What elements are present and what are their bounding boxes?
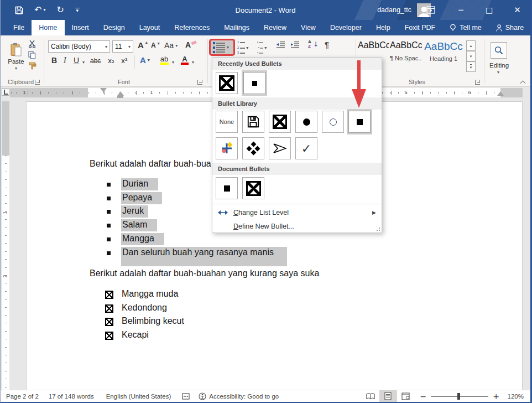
vertical-ruler[interactable]: 1 2 <box>2 101 9 390</box>
bullet-option-none[interactable]: None <box>216 111 238 133</box>
sort-icon[interactable]: AZ↓ <box>308 40 319 49</box>
highlight-dropdown-icon[interactable]: ▾ <box>172 60 174 65</box>
bullet-option-floppy[interactable] <box>242 111 264 133</box>
bullet-option-colored-symbol[interactable] <box>216 137 238 159</box>
ribbon-display-options-icon[interactable] <box>418 0 444 20</box>
hanging-indent-marker[interactable] <box>117 91 124 96</box>
bullet-option-square-selected[interactable] <box>243 72 265 94</box>
superscript-button[interactable]: x² <box>121 57 128 65</box>
italic-button[interactable]: I <box>64 56 66 65</box>
tab-home[interactable]: Home <box>32 20 64 35</box>
left-indent-marker[interactable] <box>117 96 123 98</box>
tab-file[interactable]: File <box>6 20 32 35</box>
bullet-option-xbox[interactable] <box>216 72 238 94</box>
styles-scroll-down-icon[interactable]: ▾ <box>466 51 476 61</box>
bullet-option-open-circle[interactable] <box>322 111 344 133</box>
tab-share[interactable]: Share <box>489 20 531 35</box>
paste-button[interactable]: Paste ▾ <box>5 39 27 74</box>
bullet-option-diamonds[interactable] <box>242 137 264 159</box>
grow-font-button[interactable]: A▴ <box>138 40 148 50</box>
styles-dialog-launcher-icon[interactable] <box>475 80 480 85</box>
customize-qat-icon[interactable]: ▾ <box>75 8 80 13</box>
tab-stop-selector[interactable] <box>2 88 9 96</box>
clipboard-dialog-launcher-icon[interactable] <box>35 80 40 85</box>
underline-button[interactable]: U <box>74 56 79 65</box>
pilcrow-icon[interactable]: ¶ <box>325 40 329 49</box>
save-icon[interactable] <box>15 6 23 14</box>
macro-record-icon[interactable] <box>182 393 190 400</box>
right-indent-marker[interactable] <box>497 91 504 96</box>
page-indicator[interactable]: Page 2 of 2 <box>6 393 39 400</box>
numbering-button[interactable]: 123 ▾ <box>237 40 248 56</box>
undo-dropdown-icon[interactable]: ▾ <box>43 8 45 12</box>
font-color-button[interactable]: A <box>181 55 189 65</box>
menu-item-define-new-bullet[interactable]: Define New Bullet... <box>212 220 382 233</box>
copy-icon[interactable] <box>28 51 36 59</box>
tab-tell-me[interactable]: Tell me <box>442 20 489 35</box>
web-layout-icon[interactable] <box>397 390 415 402</box>
bullet-option-xbox[interactable] <box>269 111 291 133</box>
bullet-option-square-target[interactable] <box>348 111 371 133</box>
resize-grip[interactable] <box>375 226 380 231</box>
close-button[interactable]: ✕ <box>504 0 530 20</box>
strikethrough-button[interactable]: abc <box>90 57 101 65</box>
tab-design[interactable]: Design <box>96 20 132 35</box>
zoom-in-button[interactable]: + <box>493 392 499 401</box>
paste-dropdown-icon[interactable]: ▾ <box>15 66 17 71</box>
tab-layout[interactable]: Layout <box>132 20 168 35</box>
tab-foxit-pdf[interactable]: Foxit PDF <box>398 20 443 35</box>
zoom-level[interactable]: 120% <box>505 393 524 400</box>
print-layout-icon[interactable] <box>379 390 397 402</box>
first-line-indent-marker[interactable] <box>100 88 107 92</box>
menu-item-change-list-level[interactable]: Change List Level ▶ <box>212 206 382 219</box>
multilevel-list-button[interactable]: ▪ ▪▪ ▾ <box>257 40 267 56</box>
styles-scroll-up-icon[interactable]: ▴ <box>466 40 476 51</box>
styles-more-icon[interactable]: ▾ <box>466 61 476 72</box>
format-painter-icon[interactable] <box>28 62 36 70</box>
read-mode-icon[interactable] <box>362 390 379 402</box>
text-effects-button[interactable]: A▾ <box>140 55 150 65</box>
maximize-button[interactable]: □ <box>476 0 502 20</box>
tab-references[interactable]: References <box>167 20 217 35</box>
change-case-button[interactable]: Aa▾ <box>164 41 178 50</box>
accessibility-status[interactable]: Accessibility: Good to go <box>199 392 279 400</box>
text-effects-dropdown-icon[interactable]: ▾ <box>148 58 150 63</box>
numbering-dropdown-icon[interactable]: ▾ <box>246 45 248 50</box>
tab-insert[interactable]: Insert <box>65 20 96 35</box>
bullet-option-xbox[interactable] <box>242 177 264 199</box>
undo-icon[interactable]: ↶▾ <box>34 6 45 14</box>
language-indicator[interactable]: English (United States) <box>106 393 171 400</box>
font-family-combobox[interactable]: Calibri (Body)▾ <box>48 40 110 53</box>
tab-help[interactable]: Help <box>369 20 398 35</box>
increase-indent-icon[interactable] <box>290 41 300 48</box>
shrink-font-button[interactable]: A▾ <box>151 42 160 49</box>
editing-button[interactable] <box>491 42 507 59</box>
decrease-indent-icon[interactable] <box>276 41 285 48</box>
multilevel-dropdown-icon[interactable]: ▾ <box>264 45 267 50</box>
subscript-button[interactable]: x₂ <box>108 57 114 65</box>
collapse-ribbon-icon[interactable] <box>521 80 526 85</box>
highlight-color-button[interactable]: ab <box>160 55 169 65</box>
bullet-option-square[interactable] <box>216 177 238 199</box>
style-card-no-spacing[interactable]: AaBbCcDc ¶ No Spac... <box>390 40 422 73</box>
tab-view[interactable]: View <box>294 20 323 35</box>
editing-dropdown-icon[interactable]: ▾ <box>497 70 499 75</box>
tab-developer[interactable]: Developer <box>323 20 369 35</box>
font-color-dropdown-icon[interactable]: ▾ <box>192 60 194 65</box>
bullet-option-checkmark[interactable]: ✓ <box>295 137 317 159</box>
zoom-out-button[interactable]: − <box>420 392 427 401</box>
clear-formatting-button[interactable]: A <box>185 40 198 49</box>
bullet-option-arrow[interactable] <box>269 137 291 159</box>
word-count[interactable]: 17 of 148 words <box>49 393 94 400</box>
cut-icon[interactable] <box>28 40 36 48</box>
font-size-combobox[interactable]: 11▾ <box>112 40 133 53</box>
zoom-slider[interactable] <box>431 396 488 397</box>
font-dialog-launcher-icon[interactable] <box>197 80 202 85</box>
minimize-button[interactable]: ─ <box>448 0 474 20</box>
underline-dropdown-icon[interactable]: ▾ <box>82 60 85 65</box>
redo-icon[interactable]: ↻ <box>56 6 64 14</box>
bullet-option-filled-circle[interactable] <box>295 111 317 133</box>
tab-review[interactable]: Review <box>257 20 294 35</box>
tab-mailings[interactable]: Mailings <box>217 20 257 35</box>
bold-button[interactable]: B <box>51 56 57 65</box>
